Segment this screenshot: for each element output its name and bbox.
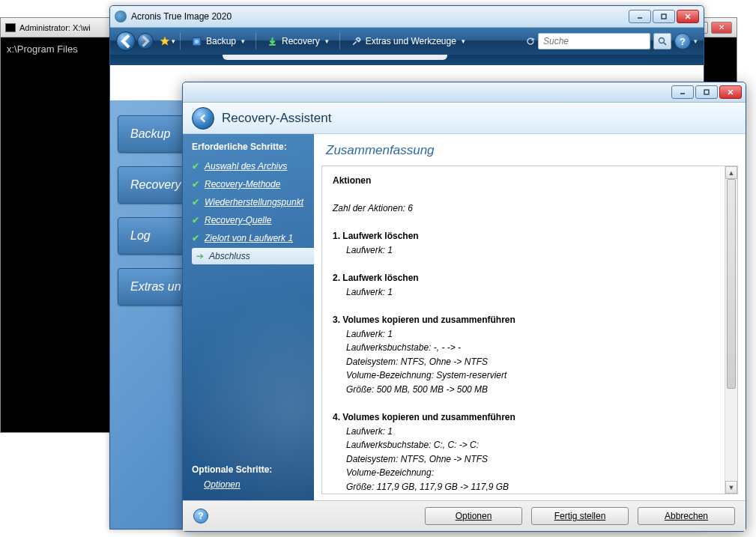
help-button[interactable]: ? — [674, 33, 691, 49]
action-4-line: Volume-Bezeichnung: — [346, 467, 434, 478]
scrollbar[interactable]: ▲ ▼ — [725, 166, 737, 494]
svg-rect-7 — [269, 43, 276, 45]
action-3-title: 3. Volumes kopieren und zusammenführen — [333, 315, 515, 325]
action-4-line: Größe: 117,9 GB, 117,9 GB -> 117,9 GB — [346, 482, 509, 492]
tools-icon — [351, 36, 362, 47]
app-icon — [115, 10, 127, 22]
close-button[interactable] — [677, 10, 699, 23]
maximize-button[interactable] — [653, 10, 675, 23]
svg-point-8 — [659, 37, 664, 43]
options-button[interactable]: Optionen — [425, 507, 522, 525]
cmd-icon — [5, 23, 16, 32]
svg-rect-11 — [704, 90, 709, 94]
toolbar-backup[interactable]: Backup▾ — [185, 33, 251, 50]
action-4-title: 4. Volumes kopieren und zusammenführen — [333, 412, 515, 422]
side-recovery-label: Recovery — [130, 178, 181, 192]
step-finish[interactable]: ➔Abschluss — [192, 248, 314, 264]
step-method[interactable]: ✔Recovery-Methode — [192, 176, 314, 192]
action-4-line: Laufwerk: 1 — [346, 426, 393, 437]
console-title: Administrator: X:\wi — [19, 23, 91, 32]
side-backup-label: Backup — [130, 127, 170, 141]
step-archive-label[interactable]: Auswahl des Archivs — [205, 161, 287, 172]
summary-text: Aktionen Zahl der Aktionen: 6 1. Laufwer… — [322, 166, 725, 494]
tab-strip — [110, 55, 704, 65]
toolbar: ▾ Backup▾ Recovery▾ Extras und Werkzeuge… — [110, 28, 704, 55]
toolbar-extras[interactable]: Extras und Werkzeuge▾ — [345, 33, 471, 50]
wizard-footer: ? Optionen Fertig stellen Abbrechen — [183, 500, 746, 531]
wizard-title: Recovery-Assistent — [222, 111, 331, 126]
wizard-steps-sidebar: Erforderliche Schritte: ✔Auswahl des Arc… — [183, 134, 314, 500]
side-log-label: Log — [130, 229, 151, 243]
step-source-label[interactable]: Recovery-Quelle — [205, 215, 271, 225]
side-extras-label: Extras un — [130, 280, 181, 294]
action-3-line: Dateisystem: NTFS, Ohne -> NTFS — [346, 357, 488, 367]
action-4-line: Laufwerksbuchstabe: C:, C: -> C: — [346, 440, 479, 450]
step-target-label[interactable]: Zielort von Laufwerk 1 — [205, 233, 293, 243]
cancel-button[interactable]: Abbrechen — [638, 507, 735, 525]
check-icon: ✔ — [192, 179, 199, 189]
wizard-header: Recovery-Assistent — [183, 103, 746, 134]
safe-icon — [191, 36, 202, 47]
nav-forward-button[interactable] — [137, 33, 154, 49]
arrow-right-icon: ➔ — [196, 251, 204, 261]
toolbar-backup-label: Backup — [206, 36, 236, 46]
action-2-line: Laufwerk: 1 — [346, 287, 393, 297]
summary-title: Zusammenfassung — [314, 134, 746, 166]
check-icon: ✔ — [192, 197, 199, 207]
wizard-back-button[interactable] — [192, 107, 214, 130]
scroll-up-button[interactable]: ▲ — [725, 166, 737, 179]
finish-button[interactable]: Fertig stellen — [531, 507, 629, 525]
maximize-button[interactable] — [695, 85, 718, 99]
toolbar-recovery[interactable]: Recovery▾ — [261, 33, 335, 50]
optional-steps-title: Optionale Schritte: — [192, 464, 305, 475]
check-icon: ✔ — [192, 161, 199, 172]
actions-count: Zahl der Aktionen: 6 — [333, 203, 413, 213]
app-title: Acronis True Image 2020 — [131, 11, 232, 22]
required-steps-title: Erforderliche Schritte: — [192, 142, 314, 152]
svg-marker-4 — [160, 37, 169, 45]
svg-line-9 — [664, 43, 666, 45]
close-button[interactable] — [719, 85, 742, 99]
main-titlebar[interactable]: Acronis True Image 2020 — [110, 6, 704, 28]
step-method-label[interactable]: Recovery-Methode — [205, 179, 280, 189]
minimize-button[interactable] — [671, 85, 694, 99]
help-icon[interactable]: ? — [193, 509, 208, 524]
minimize-button[interactable] — [629, 10, 651, 23]
action-3-line: Laufwerksbuchstabe: -, - -> - — [346, 342, 461, 353]
action-1-title: 1. Laufwerk löschen — [333, 231, 419, 241]
nav-back-button[interactable] — [116, 31, 136, 51]
recovery-wizard-dialog: Recovery-Assistent Erforderliche Schritt… — [182, 82, 746, 532]
scroll-thumb[interactable] — [727, 179, 736, 389]
optional-options-link[interactable]: Optionen — [204, 479, 241, 490]
summary-box: Aktionen Zahl der Aktionen: 6 1. Laufwer… — [321, 166, 738, 494]
step-target[interactable]: ✔Zielort von Laufwerk 1 — [192, 230, 314, 246]
step-source[interactable]: ✔Recovery-Quelle — [192, 212, 314, 228]
favorite-icon[interactable] — [160, 36, 170, 46]
console-prompt: x:\Program Files — [7, 43, 78, 55]
action-3-line: Laufwerk: 1 — [346, 329, 393, 339]
action-2-title: 2. Laufwerk löschen — [333, 273, 419, 283]
check-icon: ✔ — [192, 233, 199, 243]
svg-point-6 — [195, 39, 199, 43]
check-icon: ✔ — [192, 215, 199, 225]
toolbar-extras-label: Extras und Werkzeuge — [366, 36, 456, 46]
scroll-down-button[interactable]: ▼ — [725, 481, 737, 494]
arrow-down-icon — [267, 36, 278, 47]
step-restorepoint-label[interactable]: Wiederherstellungspunkt — [205, 197, 303, 207]
search-input[interactable] — [538, 33, 650, 49]
action-3-line: Volume-Bezeichnung: System-reserviert — [346, 370, 506, 380]
svg-rect-1 — [662, 14, 666, 19]
search-button[interactable] — [653, 33, 671, 49]
step-restorepoint[interactable]: ✔Wiederherstellungspunkt — [192, 194, 314, 210]
action-3-line: Größe: 500 MB, 500 MB -> 500 MB — [346, 384, 488, 395]
step-archive[interactable]: ✔Auswahl des Archivs — [192, 158, 314, 175]
action-1-line: Laufwerk: 1 — [346, 245, 393, 255]
magnifier-icon — [658, 37, 668, 46]
action-4-line: Dateisystem: NTFS, Ohne -> NTFS — [346, 454, 488, 464]
refresh-icon[interactable] — [526, 37, 535, 46]
wizard-content: Zusammenfassung Aktionen Zahl der Aktion… — [314, 134, 746, 500]
wizard-titlebar[interactable] — [183, 82, 746, 103]
actions-heading: Aktionen — [333, 175, 371, 186]
step-finish-label: Abschluss — [209, 251, 250, 261]
close-button[interactable]: ✕ — [711, 22, 732, 34]
